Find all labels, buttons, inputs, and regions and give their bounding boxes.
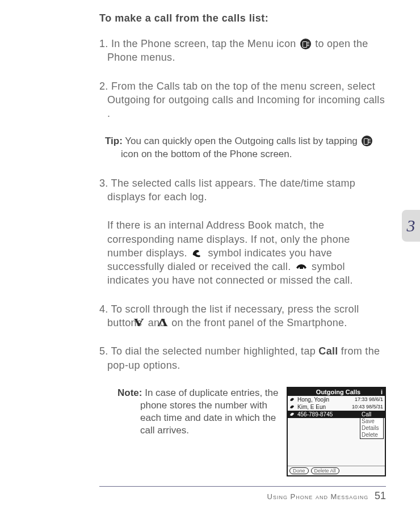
scr-bottom-bar: Done Delete All bbox=[288, 466, 385, 475]
scr-row-1-time: 10:43 98/5/31 bbox=[352, 404, 383, 410]
phone-connected-icon bbox=[191, 247, 204, 256]
step-2: 2. From the Calls tab on the top of the … bbox=[99, 79, 386, 121]
step-1: 1. In the Phone screen, tap the Menu ico… bbox=[99, 37, 386, 65]
scr-row-2-name: 456-789-8745 bbox=[297, 411, 333, 417]
note-text: In case of duplicate entries, the phone … bbox=[140, 387, 279, 436]
menu-icon bbox=[300, 39, 311, 49]
scr-titlebar: Outgoing Calls i bbox=[288, 388, 385, 396]
scr-menu-delete: Delete bbox=[360, 432, 383, 438]
step-5: 5. To dial the selected number highlight… bbox=[99, 344, 386, 372]
step-1-text-a: 1. In the Phone screen, tap the Menu ico… bbox=[99, 38, 299, 49]
scr-title-text: Outgoing Calls bbox=[316, 389, 360, 395]
scr-row-1: Kim, E Eun 10:43 98/5/31 bbox=[288, 403, 385, 411]
tip-label: Tip: bbox=[105, 136, 123, 146]
scr-menu-call: Call bbox=[360, 411, 383, 418]
scr-done-button: Done bbox=[289, 467, 309, 474]
note-and-screenshot: Note: In case of duplicate entries, the … bbox=[117, 387, 386, 476]
step-4-c: on the front panel of the Smartphone. bbox=[171, 317, 347, 328]
scr-popup-menu: Call Save Details Delete bbox=[360, 411, 384, 439]
outgoing-calls-screenshot: Outgoing Calls i Hong, Yoojin 17:33 98/6… bbox=[287, 387, 386, 476]
tip-text-b: icon on the bottom of the Phone screen. bbox=[121, 149, 292, 159]
page-number: 51 bbox=[375, 490, 386, 501]
note-label: Note: bbox=[117, 387, 142, 398]
step-4: 4. To scroll through the list if necessa… bbox=[99, 302, 386, 330]
call-label: Call bbox=[318, 345, 338, 357]
step-3: 3. The selected calls list appears. The … bbox=[99, 176, 386, 204]
scr-menu-details: Details bbox=[360, 425, 383, 432]
scr-title-icon: i bbox=[381, 389, 383, 395]
calls-icon bbox=[362, 136, 372, 146]
phone-missed-icon bbox=[295, 261, 308, 270]
scr-row-0-name: Hong, Yoojin bbox=[297, 396, 329, 403]
scr-row-0-time: 17:33 98/6/1 bbox=[355, 396, 383, 402]
scr-row-0: Hong, Yoojin 17:33 98/6/1 bbox=[288, 396, 385, 403]
step-3-para: If there is an internal Address Book mat… bbox=[107, 218, 386, 287]
page-footer: Using Phone and Messaging 51 bbox=[99, 486, 386, 502]
scr-body: 456-789-8745 9:31 Call Save Details Dele… bbox=[288, 411, 385, 466]
chapter-tab: 3 bbox=[402, 210, 420, 242]
footer-text: Using Phone and Messaging bbox=[267, 492, 369, 501]
tip-text-a: You can quickly open the Outgoing calls … bbox=[123, 136, 360, 146]
section-heading: To make a call from the calls list: bbox=[99, 12, 386, 24]
scr-menu-save: Save bbox=[360, 418, 383, 425]
step-5-a: 5. To dial the selected number highlight… bbox=[99, 345, 318, 357]
scr-deleteall-button: Delete All bbox=[311, 467, 339, 474]
tip-block: Tip: You can quickly open the Outgoing c… bbox=[105, 135, 386, 160]
scr-row-1-name: Kim, E Eun bbox=[297, 404, 326, 410]
note-block: Note: In case of duplicate entries, the … bbox=[117, 387, 279, 476]
